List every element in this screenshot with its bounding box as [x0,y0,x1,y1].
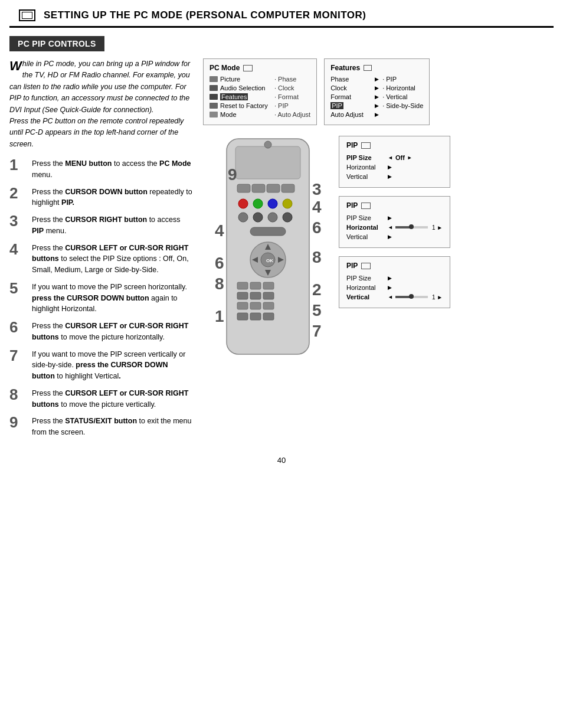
page-number: 40 [0,456,563,465]
pip-row-size-2: PIP Size ▶ [346,214,443,221]
middle-section: OK [203,136,554,360]
page-header: Setting up the PC Mode (Personal Compute… [9,5,554,28]
pc-mode-menu-title: PC Mode [210,64,310,72]
svg-point-12 [253,213,263,222]
pip-row-vertical-1: Vertical ▶ [346,173,443,180]
step-text-1: Press the MENU button to access the PC M… [32,158,192,181]
step-number-1: 1 [9,157,28,172]
step-number-7: 7 [9,348,28,363]
remote-control: OK [203,136,333,360]
svg-text:6: 6 [312,218,322,237]
features-icon [364,65,372,71]
svg-point-10 [283,199,292,208]
svg-point-13 [268,213,277,222]
step-number-4: 4 [9,241,28,257]
pc-mode-menu-icon [243,65,253,71]
pip-menu-2-title: PIP [346,201,443,210]
menu-row-mode: Mode · Auto Adjust [210,111,310,118]
monitor-icon [19,9,35,21]
features-menu-title: Features [330,64,423,72]
horizontal-slider: 1 ► [395,224,443,231]
svg-rect-27 [250,292,261,299]
left-column: While in PC mode, you can bring up a PIP… [9,58,192,444]
step-6: 6 Press the CURSOR LEFT or CUR-SOR RIGHT… [9,321,192,343]
pip-menu-3-icon [361,263,371,269]
step-text-4: Press the CURSOR LEFT or CUR-SOR RIGHT b… [32,243,192,276]
step-3: 3 Press the CURSOR RIGHT button to acces… [9,214,192,237]
top-diagrams: PC Mode Picture · Phase Audio Selection [203,58,554,125]
svg-rect-1 [235,146,300,179]
svg-rect-4 [252,184,265,192]
step-2: 2 Press the CURSOR DOWN button repeatedl… [9,187,192,209]
svg-point-14 [283,213,292,222]
pip-row-vertical-2: Vertical ▶ [346,233,443,240]
pip-row-size-3: PIP Size ▶ [346,275,443,282]
svg-point-8 [253,199,263,208]
svg-text:3: 3 [312,180,322,198]
svg-rect-5 [267,184,280,192]
drop-cap: W [9,60,22,73]
step-number-2: 2 [9,185,28,201]
svg-text:4: 4 [215,221,224,240]
svg-rect-6 [282,184,294,192]
steps-list: 1 Press the MENU button to access the PC… [9,158,192,438]
svg-rect-30 [250,302,261,309]
remote-control-area: OK [203,136,333,360]
pip-row-size-1: PIP Size ◄ Off ► [346,154,443,161]
pip-menu-1: PIP PIP Size ◄ Off ► Horizontal ▶ Ver [339,136,450,188]
step-number-9: 9 [9,414,28,430]
svg-text:8: 8 [312,248,322,266]
step-number-3: 3 [9,213,28,228]
svg-text:9: 9 [228,165,237,184]
pip-menu-2-icon [361,203,371,209]
step-4: 4 Press the CURSOR LEFT or CUR-SOR RIGHT… [9,243,192,276]
svg-rect-29 [237,302,248,309]
pip-menu-3: PIP PIP Size ▶ Horizontal ▶ Vertical ◄ [339,256,450,308]
menu-row-features: Features · Format [210,93,310,100]
step-7: 7 If you want to move the PIP screen ver… [9,349,192,382]
intro-paragraph: While in PC mode, you can bring up a PIP… [9,58,192,150]
svg-rect-15 [250,227,286,236]
svg-rect-26 [237,292,248,299]
step-text-9: Press the STATUS/EXIT button to exit the… [32,416,192,438]
page-title: Setting up the PC Mode (Personal Compute… [44,9,366,21]
svg-text:5: 5 [312,301,322,319]
svg-rect-32 [237,313,248,320]
step-text-2: Press the CURSOR DOWN button repeatedly … [32,187,192,209]
svg-rect-25 [263,282,274,289]
svg-text:OK: OK [266,258,273,263]
section-title: PC PIP Controls [9,36,104,51]
step-text-3: Press the CURSOR RIGHT button to access … [32,214,192,237]
step-number-8: 8 [9,387,28,402]
pip-menu-2: PIP PIP Size ▶ Horizontal ◄ [339,196,450,248]
svg-point-9 [268,199,277,208]
step-number-6: 6 [9,319,28,335]
main-content: While in PC mode, you can bring up a PIP… [0,58,563,444]
step-9: 9 Press the STATUS/EXIT button to exit t… [9,416,192,438]
svg-text:4: 4 [312,198,322,216]
pip-menus-stack: PIP PIP Size ◄ Off ► Horizontal ▶ Ver [339,136,450,360]
svg-rect-28 [263,292,274,299]
menu-row-audio: Audio Selection · Clock [210,84,310,92]
pip-row-horizontal-1: Horizontal ▶ [346,164,443,171]
features-row-auto: Auto Adjust ▶ [330,111,423,118]
svg-point-2 [264,141,271,148]
svg-rect-33 [250,313,261,320]
pip-row-vertical-3: Vertical ◄ 1 ► [346,293,443,301]
svg-text:2: 2 [312,280,322,299]
svg-rect-24 [250,282,261,289]
step-text-8: Press the CURSOR LEFT or CUR-SOR RIGHT b… [32,388,192,410]
svg-rect-3 [237,184,250,192]
step-text-5: If you want to move the PIP screen horiz… [32,282,192,315]
features-row-format: Format ▶ · Vertical [330,93,423,100]
step-8: 8 Press the CURSOR LEFT or CUR-SOR RIGHT… [9,388,192,410]
intro-text: hile in PC mode, you can bring up a PIP … [9,60,190,148]
pc-mode-menu: PC Mode Picture · Phase Audio Selection [203,58,317,125]
svg-text:7: 7 [312,322,322,340]
svg-text:8: 8 [215,275,224,293]
step-5: 5 If you want to move the PIP screen hor… [9,282,192,315]
features-row-phase: Phase ▶ · PIP [330,76,423,83]
svg-rect-23 [237,282,248,289]
menu-row-picture: Picture · Phase [210,76,310,83]
menu-row-reset: Reset to Factory · PIP [210,102,310,109]
